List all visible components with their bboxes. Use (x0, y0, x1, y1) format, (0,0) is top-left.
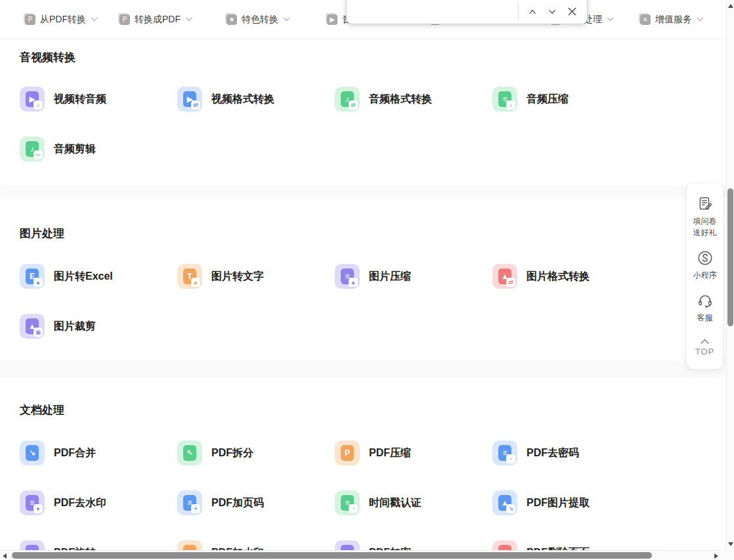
chevron-down-icon (547, 7, 557, 17)
audio-trim-icon: ♪✂ (20, 137, 45, 162)
nav-item-featured[interactable]: ★特色转换 (227, 0, 289, 39)
vertical-scrollbar[interactable] (726, 0, 734, 550)
list-icon: ≡ (640, 14, 651, 25)
scrollbar-corner (726, 550, 734, 560)
survey-gift-button[interactable]: 填问卷 送好礼 (693, 196, 717, 238)
find-previous-button[interactable] (523, 3, 542, 21)
tool-pdf-remove-password[interactable]: ≡▫PDF去密码 (492, 441, 650, 465)
tool-label: PDF压缩 (369, 446, 411, 460)
customer-service-button[interactable]: 客服 (697, 292, 714, 324)
video-format-convert-icon: ▶⇄ (177, 87, 202, 112)
miniprogram-label: 小程序 (693, 270, 717, 281)
tool-grid: ↘PDF合并↖PDF拆分PPDF压缩≡▫PDF去密码≡●PDF去水印≡+PDF加… (20, 441, 706, 560)
section-2: 文档处理↘PDF合并↖PDF拆分PPDF压缩≡▫PDF去密码≡●PDF去水印≡+… (0, 377, 726, 560)
image-crop-icon: ▲▣ (20, 314, 45, 339)
find-input[interactable] (355, 3, 515, 20)
tool-audio-format-convert[interactable]: ♪⇄音频格式转换 (335, 87, 492, 112)
miniprogram-icon (697, 249, 714, 267)
chevron-up-icon (701, 339, 709, 347)
note-badge-icon: ♪ (506, 100, 515, 110)
section-1: 图片处理E▲图片转ExcelT▲图片转文字≡▲图片压缩▲⇄图片格式转换▲▣图片裁… (0, 198, 726, 360)
tool-label: 音频格式转换 (369, 93, 432, 106)
tool-video-to-audio[interactable]: ▶♪视频转音频 (20, 87, 177, 112)
tool-label: 音频压缩 (527, 93, 569, 106)
tool-grid: ▶♪视频转音频▶⇄视频格式转换♪⇄音频格式转换≡♪音频压缩♪✂音频剪辑 (20, 87, 706, 162)
swap-badge-icon: ⇄ (191, 100, 200, 110)
scroll-left-arrow-icon[interactable] (3, 553, 7, 559)
nav-item-label: 增值服务 (655, 14, 692, 26)
survey-label-line1: 填问卷 (693, 216, 717, 227)
tool-label: 图片格式转换 (527, 270, 590, 284)
find-divider (518, 3, 519, 20)
clock-badge-icon: ◔ (349, 504, 358, 513)
scissors-badge-icon: ✂ (33, 150, 43, 160)
pdf-remove-password-icon: ≡▫ (492, 441, 517, 465)
tool-label: PDF去水印 (54, 496, 106, 510)
tool-audio-trim[interactable]: ♪✂音频剪辑 (20, 137, 177, 162)
tool-video-format-convert[interactable]: ▶⇄视频格式转换 (177, 87, 335, 112)
tool-pdf-compress[interactable]: PPDF压缩 (335, 441, 492, 465)
tool-glyph: P (341, 445, 354, 461)
tool-glyph: ↘ (26, 445, 39, 461)
tool-pdf-merge[interactable]: ↘PDF合并 (20, 441, 177, 465)
pdf-add-page-numbers-icon: ≡+ (177, 490, 202, 515)
scroll-right-arrow-icon[interactable] (714, 553, 718, 559)
scroll-up-arrow-icon[interactable] (728, 4, 733, 8)
tool-timestamp-certify[interactable]: ≡◔时间戳认证 (335, 490, 492, 515)
nav-item-label: 转换成PDF (135, 14, 181, 26)
tool-image-compress[interactable]: ≡▲图片压缩 (335, 264, 492, 289)
tool-pdf-add-page-numbers[interactable]: ≡+PDF加页码 (177, 490, 335, 515)
nav-item-to-pdf[interactable]: P转换成PDF (119, 0, 191, 39)
nav-item-from-pdf[interactable]: P从PDF转换 (25, 0, 97, 39)
tool-image-to-excel[interactable]: E▲图片转Excel (20, 264, 177, 289)
drop-badge-icon: ● (33, 504, 43, 513)
find-close-button[interactable] (562, 3, 582, 21)
tool-label: 图片转Excel (54, 270, 113, 284)
close-icon (567, 6, 578, 17)
tool-label: PDF合并 (54, 446, 96, 460)
pdf-compress-icon: P (335, 441, 360, 465)
tool-label: 图片压缩 (369, 270, 411, 284)
extract-badge-icon: ↘ (506, 504, 515, 513)
section-title: 图片处理 (20, 226, 706, 240)
tool-pdf-remove-watermark[interactable]: ≡●PDF去水印 (20, 490, 177, 515)
survey-pencil-icon (697, 196, 714, 213)
image-badge-icon: ▲ (349, 278, 358, 287)
tool-grid: E▲图片转ExcelT▲图片转文字≡▲图片压缩▲⇄图片格式转换▲▣图片裁剪 (20, 264, 706, 339)
nav-item-label: 特色转换 (242, 14, 278, 26)
chevron-down-icon (697, 14, 704, 21)
video-icon: ▶ (327, 14, 337, 25)
pdf-pages-icon: P (119, 14, 130, 25)
horizontal-scrollbar-thumb[interactable] (12, 552, 652, 559)
tool-label: 图片转文字 (211, 270, 264, 284)
find-next-button[interactable] (542, 3, 562, 21)
nav-item-value-services[interactable]: ≡增值服务 (640, 0, 702, 39)
tool-pdf-extract-images[interactable]: ▲↘PDF图片提取 (492, 490, 650, 515)
tool-pdf-split[interactable]: ↖PDF拆分 (177, 441, 335, 465)
timestamp-certify-icon: ≡◔ (335, 490, 360, 515)
audio-compress-icon: ≡♪ (492, 87, 517, 112)
tool-image-to-text[interactable]: T▲图片转文字 (177, 264, 335, 289)
main-content: 音视频转换▶♪视频转音频▶⇄视频格式转换♪⇄音频格式转换≡♪音频压缩♪✂音频剪辑… (0, 39, 726, 560)
tool-label: 音频剪辑 (54, 142, 96, 156)
star-badge-icon: ★ (227, 14, 237, 25)
image-badge-icon: ▲ (191, 278, 200, 287)
miniprogram-button[interactable]: 小程序 (693, 249, 717, 281)
chevron-down-icon (91, 14, 98, 21)
tool-image-format-convert[interactable]: ▲⇄图片格式转换 (492, 264, 650, 289)
tool-audio-compress[interactable]: ≡♪音频压缩 (492, 87, 650, 112)
pdf-extract-images-icon: ▲↘ (492, 490, 517, 515)
tool-label: 时间戳认证 (369, 496, 421, 510)
nav-item-label: 从PDF转换 (40, 14, 86, 26)
tool-image-crop[interactable]: ▲▣图片裁剪 (20, 314, 177, 339)
tool-label: PDF加页码 (211, 496, 264, 510)
pdf-split-icon: ↖ (177, 441, 202, 465)
swap-badge-icon: ⇄ (349, 100, 358, 110)
back-to-top-button[interactable]: TOP (695, 340, 715, 356)
tool-label: 视频转音频 (54, 93, 106, 106)
tool-label: PDF拆分 (211, 446, 253, 460)
pdf-merge-icon: ↘ (20, 441, 45, 465)
scroll-down-arrow-icon[interactable] (728, 542, 733, 546)
horizontal-scrollbar[interactable] (0, 550, 726, 560)
vertical-scrollbar-thumb[interactable] (727, 188, 733, 326)
